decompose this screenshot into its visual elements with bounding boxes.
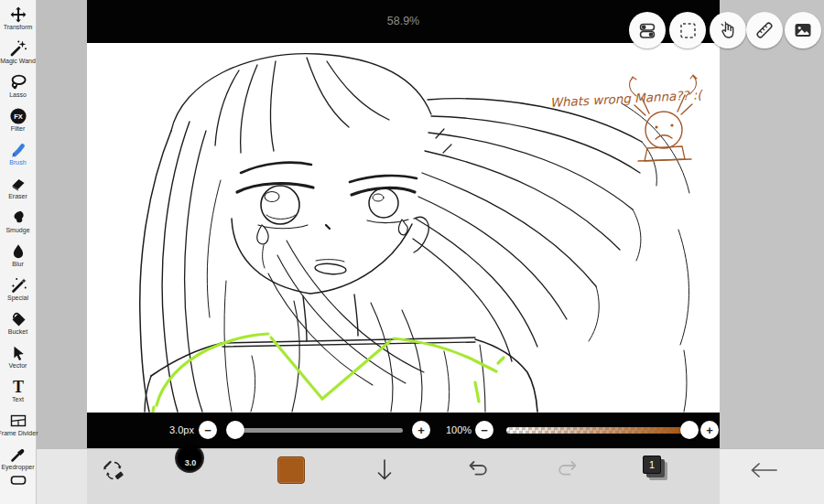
tool-label: Eyedropper — [1, 464, 34, 471]
image-icon — [793, 20, 813, 40]
tool-label: Lasso — [9, 91, 27, 99]
opacity-decrease-button[interactable]: − — [475, 421, 493, 439]
sidebar-item-transform[interactable]: Transform — [0, 0, 36, 34]
tool-label: Smudge — [5, 227, 29, 234]
tool-label: Blur — [12, 261, 23, 268]
canvas-top-bar: 58.9% — [87, 0, 720, 43]
select-tool-button[interactable] — [669, 12, 706, 48]
vector-cursor-icon — [9, 343, 27, 362]
sidebar-item-lasso[interactable]: Lasso — [0, 68, 36, 102]
sidebar-item-smudge[interactable]: Smudge — [0, 203, 36, 237]
brush-size-label: 3.0px — [169, 424, 194, 435]
bucket-icon — [9, 309, 27, 328]
back-arrow-icon — [748, 461, 779, 479]
redo-icon — [555, 459, 580, 480]
layer-blend-toggle-button[interactable] — [629, 12, 666, 48]
hand-icon — [718, 20, 738, 40]
opacity-label: 100% — [446, 424, 472, 435]
magic-wand-icon — [9, 38, 27, 58]
tool-label: Magic Wand — [0, 58, 36, 65]
svg-text:FX: FX — [14, 112, 23, 120]
text-tool-icon: T — [9, 377, 27, 396]
ruler-button[interactable] — [746, 12, 783, 48]
sidebar-item-eraser[interactable]: Eraser — [0, 169, 36, 203]
tool-label: Filter — [11, 125, 26, 133]
panel-icon — [9, 474, 27, 487]
sidebar-item-vector[interactable]: Vector — [0, 338, 36, 372]
ruler-icon — [754, 20, 775, 40]
blur-drop-icon — [9, 241, 27, 261]
brush-size-preview[interactable]: 3.0 — [175, 444, 206, 475]
opacity-increase-button[interactable]: + — [700, 421, 719, 439]
tool-label: Vector — [9, 362, 27, 370]
canvas-artwork: Whats wrong Manna?? :( — [87, 43, 720, 413]
pull-down-button[interactable] — [374, 457, 396, 483]
sidebar-item-partial[interactable] — [0, 474, 36, 487]
brush-size-value: 3.0 — [175, 458, 206, 467]
sidebar-item-blur[interactable]: Blur — [0, 237, 36, 271]
tool-label: Transform — [4, 24, 33, 31]
brush-eraser-swap-icon — [102, 458, 126, 483]
eyedropper-icon — [9, 445, 27, 464]
size-slider-track[interactable] — [229, 428, 403, 433]
toggles-icon — [638, 21, 657, 40]
eraser-icon — [9, 174, 27, 193]
sidebar-item-eyedropper[interactable]: Eyedropper — [0, 440, 36, 474]
layers-button[interactable]: 1 — [643, 456, 670, 483]
brush-eraser-swap-button[interactable] — [101, 457, 126, 483]
tool-label: Eraser — [8, 193, 27, 200]
marquee-selection-icon — [678, 21, 698, 40]
toolbar-left-pad — [37, 449, 87, 504]
frame-divider-icon — [9, 411, 27, 430]
right-side-panel — [720, 0, 824, 448]
svg-text:T: T — [12, 378, 23, 396]
workspace-background: 58.9% — [37, 0, 720, 448]
tool-label: Bucket — [8, 328, 27, 336]
size-increase-button[interactable]: + — [412, 421, 430, 439]
hand-gesture-button[interactable] — [710, 12, 746, 48]
girl-face-sketch — [232, 129, 451, 294]
tool-label: Frame Divider — [0, 430, 38, 437]
sidebar-item-brush[interactable]: Brush — [0, 135, 36, 169]
image-materials-button[interactable] — [785, 12, 821, 48]
canvas-stack: 58.9% — [87, 0, 720, 448]
tool-sidebar: Transform Magic Wand Lasso FX Filter Bru… — [0, 0, 37, 504]
tool-label: Special — [7, 295, 28, 302]
transform-icon — [9, 5, 27, 24]
opacity-slider-knob[interactable] — [680, 421, 699, 439]
special-pen-icon — [9, 275, 27, 295]
sidebar-item-filter[interactable]: FX Filter — [0, 102, 36, 135]
drawing-canvas[interactable]: Whats wrong Manna?? :( — [87, 43, 720, 413]
sidebar-item-text[interactable]: T Text — [0, 372, 36, 406]
current-color-swatch[interactable] — [277, 456, 305, 484]
size-decrease-button[interactable]: − — [199, 421, 217, 439]
brush-icon — [9, 140, 27, 159]
undo-button[interactable] — [465, 458, 491, 480]
tool-label: Brush — [9, 159, 26, 166]
undo-icon — [466, 459, 491, 480]
filter-fx-icon: FX — [9, 106, 27, 125]
sidebar-item-bucket[interactable]: Bucket — [0, 305, 36, 338]
girl-hair-sketch — [140, 54, 689, 412]
lasso-icon — [9, 72, 27, 91]
bottom-toolbar — [37, 448, 824, 504]
redo-button[interactable] — [554, 458, 580, 480]
zoom-percent-label: 58.9% — [87, 15, 720, 27]
back-button[interactable] — [747, 460, 780, 480]
opacity-slider-track[interactable] — [506, 427, 696, 434]
green-collar-highlight — [151, 334, 504, 413]
down-arrow-icon — [374, 458, 395, 482]
tool-label: Text — [12, 396, 24, 403]
paint-app-window: Transform Magic Wand Lasso FX Filter Bru… — [0, 0, 824, 504]
sidebar-item-frame-divider[interactable]: Frame Divider — [0, 406, 36, 440]
layer-count-badge: 1 — [643, 456, 661, 474]
sidebar-item-magic-wand[interactable]: Magic Wand — [0, 34, 36, 68]
size-slider-knob[interactable] — [226, 421, 244, 439]
smudge-icon — [9, 208, 27, 227]
sidebar-item-special[interactable]: Special — [0, 271, 36, 305]
